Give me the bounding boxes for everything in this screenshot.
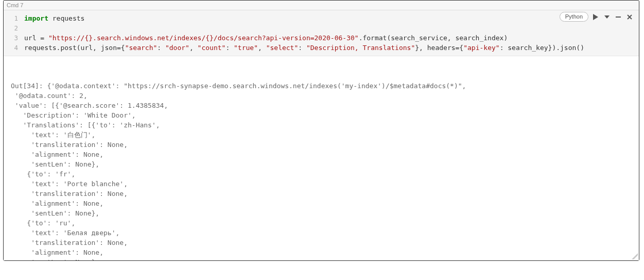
output-line: 'transliteration': None, <box>11 238 632 248</box>
output-line: {'to': 'ru', <box>11 218 632 228</box>
output-line: 'sentLen': None}, <box>11 159 632 169</box>
language-pill[interactable]: Python <box>560 12 588 22</box>
output-line: 'transliteration': None, <box>11 140 632 150</box>
output-line: 'text': '白色门', <box>11 130 632 140</box>
output-line: 'Description': 'White Door', <box>11 110 632 120</box>
output-line: '@odata.count': 2, <box>11 91 632 101</box>
svg-rect-0 <box>616 17 621 18</box>
line-number: 3 <box>4 33 24 43</box>
code-line[interactable]: 3url = "https://{}.search.windows.net/in… <box>4 33 639 43</box>
notebook-cell: Cmd 7 Python 1import requests23url = "ht… <box>3 0 639 261</box>
output-line: 'sentLen': None}, <box>11 257 632 260</box>
code-content[interactable]: import requests <box>24 13 639 23</box>
output-line: 'sentLen': None}, <box>11 208 632 218</box>
output-line: 'text': 'Белая дверь', <box>11 228 632 238</box>
code-content[interactable]: url = "https://{}.search.windows.net/ind… <box>24 33 639 43</box>
minimize-icon[interactable] <box>614 13 622 21</box>
code-content[interactable] <box>24 23 639 33</box>
run-icon[interactable] <box>591 13 600 21</box>
output-line: Out[34]: {'@odata.context': "https://src… <box>11 81 632 91</box>
cell-toolbar: Python <box>560 12 634 22</box>
output-line: 'value': [{'@search.score': 1.4385834, <box>11 101 632 110</box>
code-line[interactable]: 2 <box>4 23 639 33</box>
output-line: 'text': 'Porte blanche', <box>11 179 632 189</box>
line-number: 2 <box>4 23 24 33</box>
output-line: 'alignment': None, <box>11 150 632 159</box>
output-line: 'alignment': None, <box>11 199 632 208</box>
cell-label: Cmd 7 <box>4 1 639 10</box>
code-line[interactable]: 4requests.post(url, json={"search": "doo… <box>4 43 639 53</box>
line-number: 1 <box>4 13 24 23</box>
output-line: 'Translations': [{'to': 'zh-Hans', <box>11 120 632 130</box>
code-editor[interactable]: 1import requests23url = "https://{}.sear… <box>4 10 639 56</box>
output-line: {'to': 'fr', <box>11 169 632 179</box>
line-number: 4 <box>4 43 24 53</box>
output-line: 'alignment': None, <box>11 248 632 257</box>
output-line: 'transliteration': None, <box>11 189 632 199</box>
close-icon[interactable] <box>625 13 634 21</box>
output-area: Out[34]: {'@odata.context': "https://src… <box>4 56 639 260</box>
code-content[interactable]: requests.post(url, json={"search": "door… <box>24 43 639 53</box>
code-line[interactable]: 1import requests <box>4 13 639 23</box>
resize-handle-icon[interactable] <box>631 252 638 259</box>
chevron-down-icon[interactable] <box>603 13 611 21</box>
